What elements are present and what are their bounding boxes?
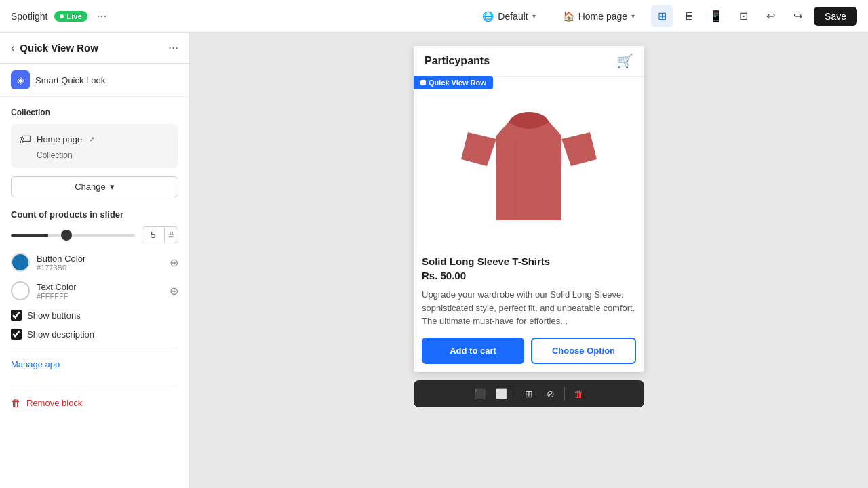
slider-value-box: 5 # [142,226,178,243]
collection-icon: 🏷 [19,132,31,146]
button-color-swatch[interactable] [11,253,30,272]
collection-row: 🏷 Home page ↗ [19,132,170,146]
add-to-cart-button[interactable]: Add to cart [422,338,524,364]
sidebar-body: Collection 🏷 Home page ↗ Collection Chan… [0,97,189,488]
header-right: ⊞ 🖥 📱 ⊡ ↩ ↪ Save [651,5,857,27]
spotlight-label: Spotlight [11,11,47,22]
cart-icon[interactable]: 🛒 [616,53,633,69]
tablet-view-button[interactable]: 📱 [705,5,727,27]
product-name: Solid Long Sleeve T-Shirts [422,256,636,267]
trash-icon: 🗑 [11,397,21,409]
mobile-view-button[interactable]: 🖥 [678,5,700,27]
quick-view-row-tag: Quick View Row [414,76,493,89]
main-content: ‹ Quick View Row ··· ◈ Smart Quick Look … [0,33,868,488]
circle-slash-button[interactable]: ⊘ [541,384,560,403]
globe-icon: 🌐 [482,11,494,22]
product-image [422,85,636,247]
button-color-hex: #1773B0 [37,264,163,272]
slider-row: 5 # [11,226,178,243]
text-color-edit-icon[interactable]: ⊕ [170,285,178,298]
chevron-down-icon: ▾ [110,182,115,192]
external-link-icon[interactable]: ↗ [89,135,95,144]
header-center: 🌐 Default ▾ 🏠 Home page ▾ [477,8,640,24]
sidebar: ‹ Quick View Row ··· ◈ Smart Quick Look … [0,33,190,488]
save-button[interactable]: Save [814,7,857,26]
text-color-hex: #FFFFFF [37,292,163,300]
button-color-edit-icon[interactable]: ⊕ [170,256,178,269]
preview-wrapper: Particypants 🛒 Quick View Row [414,46,644,407]
count-label: Count of products in slider [11,209,178,220]
show-buttons-label: Show buttons [27,310,81,321]
back-button[interactable]: ‹ [11,42,14,54]
product-count-input[interactable]: 5 [142,227,164,243]
top-header: Spotlight Live ··· 🌐 Default ▾ 🏠 Home pa… [0,0,868,33]
button-color-row: Button Color #1773B0 ⊕ [11,253,178,272]
sidebar-title: Quick View Row [20,42,163,54]
preview-top-bar: Particypants 🛒 [414,46,644,77]
show-buttons-checkbox[interactable] [11,310,22,321]
product-count-slider[interactable] [11,234,135,237]
homepage-dropdown[interactable]: 🏠 Home page ▾ [557,8,640,24]
product-buttons: Add to cart Choose Option [422,338,636,364]
align-left-button[interactable]: ⬛ [470,384,489,403]
text-color-swatch[interactable] [11,281,30,300]
layout-button[interactable]: ⊞ [519,384,538,403]
live-badge: Live [54,11,87,22]
change-collection-button[interactable]: Change ▾ [11,176,178,197]
product-card: Solid Long Sleeve T-Shirts Rs. 50.00 Upg… [414,77,644,372]
product-description: Upgrade your wardrobe with our Solid Lon… [422,288,636,328]
collection-box: 🏷 Home page ↗ Collection [11,124,178,168]
app-name: Smart Quick Look [35,75,105,85]
text-color-row: Text Color #FFFFFF ⊕ [11,281,178,300]
redo-button[interactable]: ↪ [787,5,808,27]
show-description-label: Show description [27,329,94,340]
quick-view-dot [420,80,426,85]
app-icon: ◈ [11,70,30,89]
live-dot [60,14,64,18]
fullscreen-button[interactable]: ⊡ [732,5,754,27]
choose-option-button[interactable]: Choose Option [531,338,636,364]
manage-app-link[interactable]: Manage app [11,359,60,369]
undo-button[interactable]: ↩ [760,5,781,27]
preview-toolbar: ⬛ ⬜ ⊞ ⊘ 🗑 [414,380,644,407]
divider [11,348,178,348]
product-price: Rs. 50.00 [422,270,636,281]
sidebar-header: ‹ Quick View Row ··· [0,33,189,64]
tshirt-illustration [461,92,597,241]
divider-2 [11,386,178,386]
app-row: ◈ Smart Quick Look [0,64,189,97]
chevron-down-icon: ▾ [532,12,536,20]
header-more-button[interactable]: ··· [94,6,110,26]
show-buttons-row[interactable]: Show buttons [11,310,178,321]
toolbar-separator [515,387,515,401]
select-tool-button[interactable]: ⊞ [651,5,673,27]
text-color-label: Text Color [37,282,163,292]
home-icon: 🏠 [563,11,574,22]
header-left: Spotlight Live ··· [11,6,466,26]
default-dropdown[interactable]: 🌐 Default ▾ [477,8,540,24]
collection-sub: Collection [37,150,170,160]
delete-button[interactable]: 🗑 [569,384,588,403]
collection-section-label: Collection [11,108,178,117]
button-color-info: Button Color #1773B0 [37,253,163,272]
button-color-label: Button Color [37,253,163,264]
show-description-row[interactable]: Show description [11,329,178,340]
store-name: Particypants [425,55,490,67]
remove-block-button[interactable]: 🗑 Remove block [11,392,82,414]
hash-symbol: # [164,227,178,243]
collection-name: Home page [37,134,82,144]
show-description-checkbox[interactable] [11,329,22,340]
preview-area: Particypants 🛒 Quick View Row [190,33,868,488]
chevron-down-icon: ▾ [631,12,635,20]
website-frame: Particypants 🛒 Quick View Row [414,46,644,372]
toolbar-separator-2 [564,387,565,401]
text-color-info: Text Color #FFFFFF [37,282,163,300]
sidebar-more-button[interactable]: ··· [168,41,178,55]
align-right-button[interactable]: ⬜ [492,384,511,403]
